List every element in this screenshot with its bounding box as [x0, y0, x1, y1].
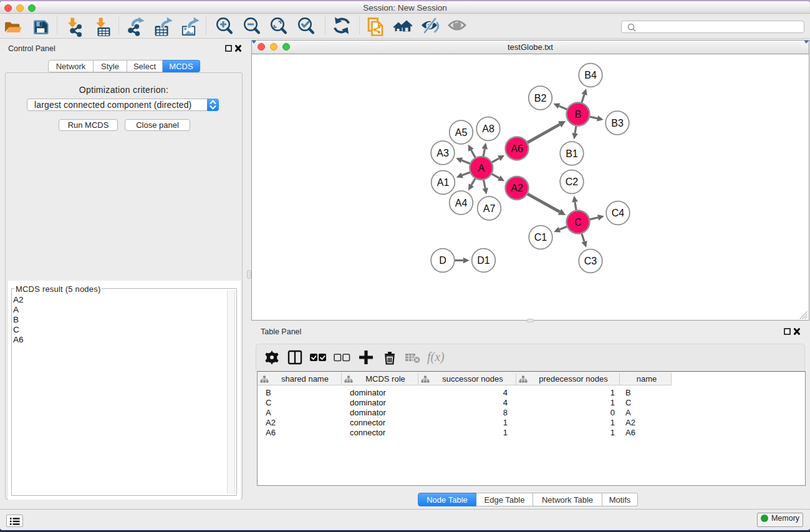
- svg-text:C3: C3: [584, 256, 597, 266]
- svg-text:C: C: [574, 217, 582, 228]
- svg-text:C2: C2: [566, 177, 579, 187]
- svg-text:A: A: [478, 163, 485, 173]
- svg-text:C4: C4: [612, 208, 625, 218]
- svg-text:B: B: [575, 109, 582, 120]
- svg-text:A7: A7: [483, 203, 496, 214]
- svg-text:A3: A3: [436, 148, 449, 158]
- svg-text:f(x): f(x): [427, 350, 445, 364]
- svg-text:D1: D1: [477, 255, 490, 266]
- svg-text:B2: B2: [534, 93, 547, 104]
- svg-text:D: D: [439, 255, 446, 266]
- svg-text:B3: B3: [611, 118, 624, 128]
- svg-text:A5: A5: [455, 127, 468, 138]
- svg-text:B4: B4: [584, 70, 597, 80]
- svg-text:A4: A4: [455, 198, 468, 208]
- svg-text:A6: A6: [511, 143, 523, 154]
- svg-text:B1: B1: [566, 148, 578, 159]
- svg-text:A2: A2: [511, 183, 523, 193]
- svg-text:C1: C1: [534, 232, 547, 243]
- svg-text:A1: A1: [437, 177, 450, 188]
- svg-text:A8: A8: [482, 123, 494, 134]
